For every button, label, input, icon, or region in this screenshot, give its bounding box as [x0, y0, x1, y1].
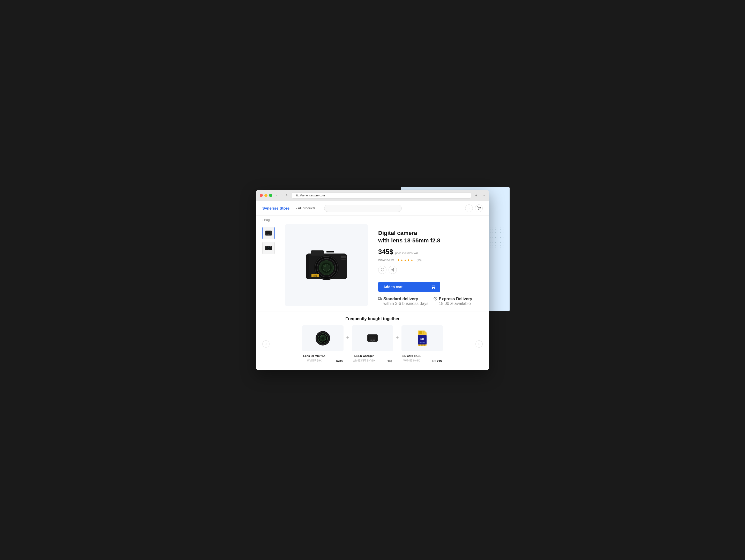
svg-rect-50: [369, 337, 376, 340]
fbt-item-sdcard: SD SDCard: [401, 325, 443, 362]
thumbnail-front-image: [264, 244, 273, 252]
delivery-options: Standard delivery within 3-6 business da…: [378, 297, 483, 306]
product-info: Digital camera with lens 18-55mm f2.8 34…: [378, 224, 483, 306]
rating-count: (13): [417, 259, 422, 262]
product-title: Digital camera with lens 18-55mm f2.8: [378, 230, 483, 244]
product-main-image: 18X: [285, 224, 368, 306]
thumbnail-front[interactable]: [262, 242, 275, 254]
svg-point-36: [379, 299, 380, 300]
dropdown-arrow-icon: ›: [296, 206, 297, 210]
svg-rect-11: [270, 246, 271, 247]
fbt-section: Frequently bought together ‹: [256, 311, 489, 370]
svg-rect-61: [424, 345, 425, 346]
breadcrumb[interactable]: ‹ Bag: [256, 215, 489, 224]
more-options-button[interactable]: ···: [481, 193, 485, 198]
new-tab-button[interactable]: +: [474, 193, 479, 198]
cart-nav-button[interactable]: [475, 204, 483, 212]
brand-logo[interactable]: Synerise Store: [262, 206, 289, 210]
fbt-carousel: ‹: [262, 325, 483, 362]
fbt-title: Frequently bought together: [262, 317, 483, 321]
svg-point-47: [372, 341, 373, 342]
browser-window: ‹ › ↻ http://synerisestore.com + ··· Syn…: [256, 190, 489, 370]
svg-point-9: [268, 247, 269, 249]
minimize-button[interactable]: [264, 194, 267, 197]
standard-delivery: Standard delivery within 3-6 business da…: [378, 297, 428, 306]
carousel-prev-button[interactable]: ‹: [262, 340, 269, 348]
svg-rect-10: [266, 247, 267, 247]
search-input[interactable]: [324, 205, 402, 212]
price-row: 345$ price includes VAT: [378, 248, 483, 256]
svg-point-37: [381, 299, 381, 300]
svg-rect-49: [373, 340, 375, 341]
svg-rect-58: [419, 345, 420, 346]
fbt-item-sdcard-image[interactable]: SD SDCard: [401, 325, 443, 351]
svg-point-0: [478, 210, 479, 210]
search-bar: [324, 205, 402, 212]
fbt-items: Lens 50 mm f1.4 WM457-99X 678$ +: [269, 325, 476, 362]
carousel-next-button[interactable]: ›: [476, 340, 483, 348]
svg-text:SDCard: SDCard: [419, 341, 425, 343]
fbt-item-sdcard-meta: SD card 8 GB WM457-9w9X 17$ 21$: [401, 353, 443, 362]
svg-rect-25: [306, 255, 310, 278]
svg-line-31: [392, 269, 393, 270]
fbt-plus-2: +: [393, 335, 401, 341]
all-products-dropdown[interactable]: › All products: [294, 205, 317, 211]
fbt-item-charger-image[interactable]: [352, 325, 393, 351]
more-nav-button[interactable]: ···: [465, 204, 473, 212]
price-vat-label: price includes VAT: [395, 251, 419, 254]
svg-rect-26: [326, 251, 334, 252]
forward-button[interactable]: ›: [280, 193, 284, 198]
svg-point-27: [393, 269, 394, 269]
sku-rating-row: WM457-99X ★ ★ ★ ★ ★ (13): [378, 258, 483, 262]
charger-svg: [365, 332, 380, 345]
product-area: 18X Digital camera with lens 18-55mm f2.…: [256, 224, 489, 311]
svg-rect-60: [422, 345, 423, 346]
wishlist-button[interactable]: [378, 266, 386, 274]
fbt-item-lens: Lens 50 mm f1.4 WM457-99X 678$: [302, 325, 344, 362]
svg-marker-35: [381, 298, 382, 300]
reload-button[interactable]: ↻: [285, 193, 289, 198]
star-rating: ★ ★ ★ ★ ★: [397, 258, 413, 262]
traffic-lights: [260, 194, 272, 197]
svg-rect-51: [419, 331, 420, 334]
svg-rect-22: [342, 259, 346, 260]
share-icon: [391, 268, 394, 272]
address-bar[interactable]: http://synerisestore.com: [292, 192, 471, 199]
heart-icon: [381, 268, 384, 272]
fbt-plus-1: +: [344, 335, 352, 341]
fbt-item-lens-image[interactable]: [302, 325, 344, 351]
share-button[interactable]: [389, 266, 397, 274]
product-sku: WM457-99X: [378, 259, 394, 262]
cart-icon: [477, 207, 481, 210]
svg-rect-52: [420, 331, 421, 334]
truck-icon: [378, 297, 382, 301]
svg-rect-54: [423, 331, 423, 334]
action-icons: [378, 266, 483, 274]
back-button[interactable]: ‹: [275, 193, 279, 198]
svg-text:SD: SD: [420, 338, 424, 340]
svg-line-30: [392, 270, 393, 271]
add-to-cart-button[interactable]: Add to cart: [378, 282, 440, 292]
camera-main-svg: 18X: [298, 246, 355, 284]
svg-rect-34: [379, 298, 381, 300]
svg-rect-53: [421, 331, 422, 334]
svg-rect-4: [270, 231, 271, 232]
svg-point-32: [432, 288, 432, 288]
maximize-button[interactable]: [269, 194, 272, 197]
svg-rect-3: [266, 231, 269, 234]
fbt-item-charger: DSLR Charger WM4534F7-9HY9X 13$: [352, 325, 393, 362]
nav-buttons: ‹ › ↻: [275, 193, 289, 198]
product-price: 345$: [378, 248, 393, 256]
close-button[interactable]: [260, 194, 263, 197]
svg-point-1: [480, 210, 480, 210]
svg-point-19: [323, 264, 330, 271]
lens-svg: [315, 330, 331, 347]
sdcard-svg: SD SDCard: [416, 330, 429, 347]
svg-rect-21: [341, 255, 346, 258]
nav-actions: ···: [465, 204, 483, 212]
thumbnail-back-image: [264, 229, 273, 237]
svg-point-29: [393, 270, 394, 271]
svg-point-6: [268, 234, 269, 235]
thumbnail-back[interactable]: [262, 227, 275, 239]
svg-rect-48: [370, 340, 372, 341]
